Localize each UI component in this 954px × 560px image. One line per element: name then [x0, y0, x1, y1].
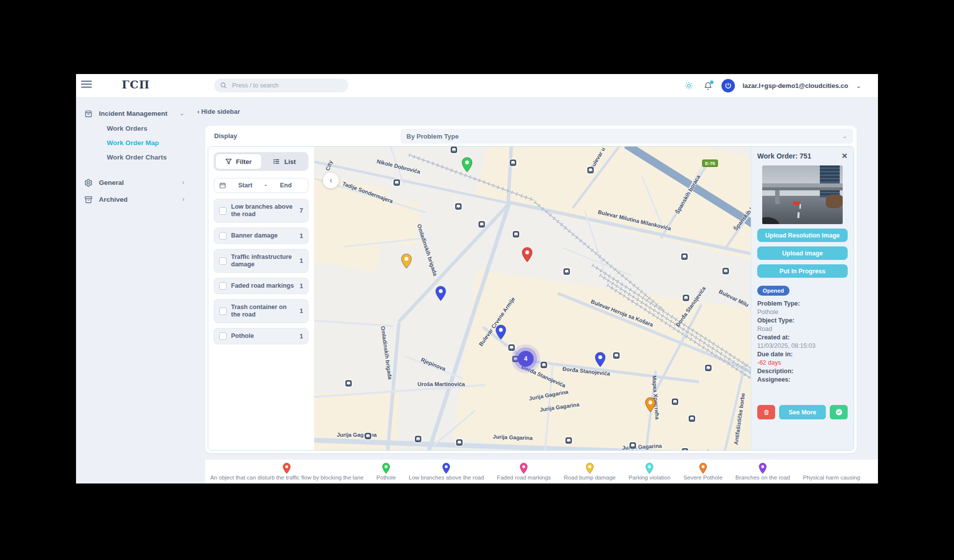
bus-stop-icon — [681, 253, 688, 260]
legend-pin-icon — [520, 463, 528, 474]
work-order-action-button[interactable]: Upload image — [757, 246, 848, 260]
filter-item-label: Trash container on the road — [231, 304, 295, 319]
legend-label: Severe Pothole — [683, 475, 722, 480]
user-menu-chevron-icon[interactable]: ⌄ — [856, 82, 861, 89]
filter-items: Low branches above the road7Banner damag… — [214, 199, 309, 344]
checkbox[interactable] — [219, 308, 227, 315]
map-pin-marker[interactable] — [495, 324, 506, 340]
checkbox[interactable] — [219, 207, 227, 215]
legend-label: An object that can disturb the traffic f… — [210, 475, 364, 480]
work-order-photo[interactable] — [762, 165, 843, 224]
sidebar-item-label: Incident Management — [99, 109, 173, 118]
calendar-icon — [219, 182, 226, 189]
map-pin-marker[interactable] — [522, 247, 533, 262]
work-order-buttons: Upload Resolution ImageUpload imagePut I… — [757, 229, 848, 278]
chevron-right-icon: › — [182, 179, 184, 186]
field-label: Assignees: — [757, 376, 848, 384]
delete-button[interactable] — [757, 405, 775, 419]
legend-item: Faded road markings — [497, 463, 551, 480]
sidebar-item-incident-management[interactable]: Incident Management ⌄ — [84, 109, 184, 118]
bus-stop-icon — [345, 380, 352, 387]
list-icon — [273, 158, 280, 165]
filter-item[interactable]: Trash container on the road1 — [214, 299, 309, 323]
sidebar-item-work-order-map[interactable]: Work Order Map — [84, 136, 184, 150]
hamburger-menu-icon[interactable] — [81, 80, 92, 88]
hide-sidebar-button[interactable]: ‹ Hide sidebar — [197, 108, 240, 115]
bus-stop-icon — [394, 179, 400, 186]
filter-item-label: Traffic infrastructure damage — [231, 253, 295, 268]
work-order-action-button[interactable]: Upload Resolution Image — [757, 229, 848, 242]
trash-icon — [763, 409, 770, 416]
checkbox[interactable] — [219, 257, 227, 265]
bus-stop-icon — [689, 415, 695, 422]
global-search[interactable] — [214, 79, 348, 92]
bus-stop-icon — [513, 231, 519, 238]
filter-item[interactable]: Traffic infrastructure damage1 — [214, 249, 309, 273]
work-order-action-button[interactable]: Put In Progress — [757, 264, 848, 278]
user-avatar[interactable] — [721, 79, 735, 92]
filter-item-label: Low branches above the road — [231, 203, 295, 218]
filter-list-toggle: Filter List — [214, 152, 309, 171]
map-pin-marker[interactable] — [595, 352, 606, 367]
gsp-logo[interactable]: ГСП — [122, 78, 150, 91]
sidebar-item-archived[interactable]: Archived › — [84, 195, 184, 204]
legend-item: Severe Pothole — [683, 463, 722, 480]
close-icon[interactable]: ✕ — [841, 152, 848, 160]
street-label: Omladinskih brigada — [380, 325, 393, 380]
map-canvas[interactable]: E-75Nikole DobrovićaTadije SondermajeraC… — [314, 147, 751, 450]
bus-stop-icon — [613, 352, 620, 359]
map-pin-marker[interactable] — [645, 397, 656, 412]
see-more-button[interactable]: See More — [779, 405, 826, 419]
filter-item[interactable]: Low branches above the road7 — [214, 199, 309, 223]
bus-stop-icon — [565, 437, 572, 444]
checkbox[interactable] — [219, 282, 227, 290]
bus-stop-icon — [705, 365, 712, 371]
resolve-button[interactable] — [830, 405, 848, 419]
chevron-right-icon: › — [182, 196, 184, 203]
legend-item: Pothole — [377, 463, 396, 480]
legend-pin-icon — [645, 463, 653, 474]
notifications-bell-icon[interactable] — [703, 80, 714, 91]
tab-filter[interactable]: Filter — [215, 154, 262, 169]
filter-item-label: Banner damage — [231, 232, 295, 240]
bus-stop-icon — [455, 203, 462, 210]
bus-stop-icon — [510, 160, 516, 166]
sidebar-item-general[interactable]: General › — [84, 178, 184, 187]
map-pin-marker[interactable] — [435, 286, 446, 301]
notification-dot — [710, 80, 714, 84]
filter-item[interactable]: Pothole1 — [214, 328, 309, 344]
legend-label: Pothole — [377, 475, 396, 480]
map-pin-marker[interactable] — [401, 253, 412, 269]
bus-stop-icon — [672, 399, 678, 405]
work-order-panel: Work Order: 751 ✕ Upload Resolution Imag… — [751, 147, 854, 450]
user-email: lazar.l+gsp-demo1@cloudcities.co — [743, 82, 848, 89]
search-input[interactable] — [231, 81, 342, 89]
legend-pin-icon — [382, 463, 390, 474]
legend-label: Parking violation — [629, 475, 670, 480]
bus-stop-icon — [630, 442, 636, 449]
checkbox[interactable] — [219, 232, 227, 240]
theme-toggle-sun-icon[interactable] — [684, 80, 695, 91]
legend-item: Parking violation — [629, 463, 670, 480]
filter-item[interactable]: Banner damage1 — [214, 228, 309, 244]
map-pin-marker[interactable] — [462, 157, 473, 172]
field-label: Due date in: — [757, 350, 848, 359]
tab-list[interactable]: List — [262, 154, 308, 169]
sidebar-item-work-order-charts[interactable]: Work Order Charts — [84, 150, 184, 164]
field-value: Pothole — [757, 308, 848, 317]
field-label: Object Type: — [757, 317, 848, 325]
status-badge: Opened — [757, 286, 790, 296]
sidebar-item-work-orders[interactable]: Work Orders — [84, 121, 184, 136]
checkbox[interactable] — [219, 332, 227, 340]
date-range-picker[interactable]: Start - End — [214, 178, 309, 193]
sidebar-item-label: Archived — [99, 195, 176, 204]
street-label: Omladinskih brigada — [416, 223, 438, 276]
display-select-value: By Problem Type — [406, 133, 459, 140]
filter-item[interactable]: Faded road markings1 — [214, 278, 309, 294]
legend-pin-icon — [759, 463, 767, 474]
map-collapse-button[interactable]: ‹ — [323, 172, 339, 188]
filter-item-count: 1 — [300, 233, 303, 240]
map-cluster-marker[interactable]: 4 — [518, 351, 534, 367]
display-label: Display — [214, 132, 237, 140]
display-select[interactable]: By Problem Type ⌄ — [400, 129, 853, 144]
